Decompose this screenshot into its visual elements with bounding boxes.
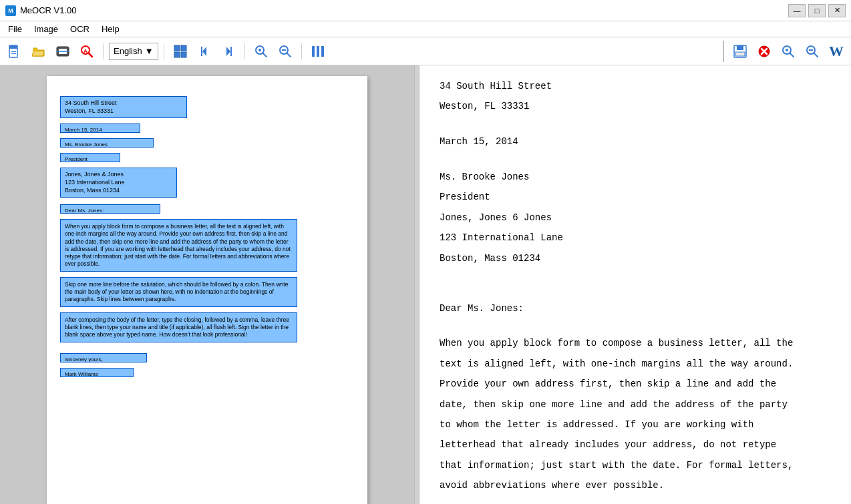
line-para1-7: that information; just start with the da…	[440, 458, 831, 473]
save-icon	[733, 44, 747, 59]
menu-file[interactable]: File	[3, 23, 27, 35]
line-title: President	[440, 190, 831, 204]
svg-rect-26	[317, 46, 319, 57]
word-export-button[interactable]: W	[826, 41, 847, 62]
separator-1	[103, 43, 104, 59]
zoom-out-icon	[278, 44, 293, 59]
separator-4	[301, 43, 302, 59]
line-para1-8: avoid abbreviations where ever possible.	[440, 478, 831, 493]
prev-page-button[interactable]	[194, 41, 215, 62]
ocr-block-para2[interactable]: Skip one more line before the salutation…	[60, 277, 297, 307]
line-dear: Dear Ms. Jones:	[440, 301, 831, 316]
scan-button[interactable]	[52, 41, 73, 62]
separator-3	[244, 43, 245, 59]
zoom-in-icon	[254, 44, 269, 59]
document-panel[interactable]: 34 South Hill StreetWeston, FL 33331 Mar…	[0, 65, 414, 504]
toolbar-right: W	[723, 41, 847, 62]
svg-marker-16	[226, 47, 230, 56]
next-icon	[221, 44, 236, 59]
ocr-block-dear[interactable]: Dear Ms. Jones:	[60, 204, 160, 214]
line-name: Ms. Brooke Jones	[440, 170, 831, 184]
menu-ocr[interactable]: OCR	[65, 23, 95, 35]
line-para1-3: Provide your own address first, then ski…	[440, 376, 831, 391]
language-dropdown[interactable]: English ▼	[109, 43, 158, 60]
svg-rect-29	[737, 45, 743, 50]
main-content: 34 South Hill StreetWeston, FL 33331 Mar…	[0, 65, 851, 504]
svg-rect-27	[321, 46, 324, 57]
svg-rect-30	[735, 52, 745, 56]
select-all-icon	[173, 44, 188, 59]
line-para1-5: to whom the letter is addressed. If you …	[440, 417, 831, 432]
text-output-panel[interactable]: 34 South Hill Street Weston, FL 33331 Ma…	[419, 65, 851, 504]
line-para1-6: letterhead that already includes your ad…	[440, 437, 831, 452]
line-address2: Weston, FL 33331	[440, 99, 831, 113]
close-button[interactable]: ✕	[828, 4, 846, 17]
svg-line-40	[814, 53, 818, 57]
minimize-button[interactable]: —	[788, 4, 806, 17]
ocr-block-para3[interactable]: After composing the body of the letter, …	[60, 312, 297, 342]
next-page-button[interactable]	[218, 41, 239, 62]
svg-line-21	[263, 53, 267, 57]
app-title: MeOCR V1.00	[20, 5, 77, 15]
zoom-out-button[interactable]	[275, 41, 296, 62]
svg-line-8	[89, 53, 93, 57]
columns-icon	[311, 44, 325, 59]
svg-text:A: A	[83, 48, 88, 54]
svg-rect-1	[9, 45, 17, 49]
language-label: English	[114, 46, 142, 56]
new-icon	[7, 44, 22, 59]
document-page: 34 South Hill StreetWeston, FL 33331 Mar…	[47, 76, 367, 504]
ocr-block-signature[interactable]: Mark Williams	[60, 368, 134, 377]
output-text: 34 South Hill Street Weston, FL 33331 Ma…	[440, 79, 831, 504]
zoom-out-text-button[interactable]	[802, 41, 823, 62]
line-address1: 34 South Hill Street	[440, 79, 831, 93]
svg-line-24	[287, 53, 291, 57]
open-icon	[31, 44, 46, 59]
line-city: Boston, Mass 01234	[440, 251, 831, 266]
zoom-in-text-button[interactable]	[778, 41, 799, 62]
ocr-block-title[interactable]: President	[60, 153, 120, 162]
menu-help[interactable]: Help	[96, 23, 125, 35]
title-bar-left: M MeOCR V1.00	[5, 5, 77, 16]
svg-line-37	[790, 53, 794, 57]
menu-image[interactable]: Image	[29, 23, 63, 35]
select-all-button[interactable]	[170, 41, 191, 62]
open-button[interactable]	[28, 41, 49, 62]
ocr-block-closing[interactable]: Sincerely yours,	[60, 353, 147, 362]
scan-icon	[55, 44, 70, 59]
line-company: Jones, Jones 6 Jones	[440, 210, 831, 225]
clear-text-button[interactable]	[753, 41, 775, 62]
maximize-button[interactable]: □	[808, 4, 826, 17]
ocr-block-salutation-name[interactable]: Ms. Brooke Jones	[60, 138, 154, 148]
menu-bar: File Image OCR Help	[0, 21, 851, 37]
ocr-button[interactable]: A	[76, 41, 98, 62]
title-controls: — □ ✕	[788, 4, 846, 17]
save-text-button[interactable]	[729, 41, 751, 62]
svg-rect-10	[174, 45, 180, 51]
prev-icon	[197, 44, 212, 59]
clear-icon	[757, 44, 772, 59]
line-para1-2: text is aligned left, with one-inch marg…	[440, 356, 831, 371]
line-para1-4: date, then skip one more line and add th…	[440, 397, 831, 412]
new-button[interactable]	[4, 41, 25, 62]
word-icon: W	[829, 43, 844, 60]
line-date: March 15, 2014	[440, 134, 831, 149]
title-bar: M MeOCR V1.00 — □ ✕	[0, 0, 851, 21]
panel-divider[interactable]	[414, 65, 419, 504]
svg-rect-13	[181, 52, 186, 57]
ocr-block-para1[interactable]: When you apply block form to compose a b…	[60, 219, 297, 271]
ocr-block-date[interactable]: March 15, 2014	[60, 123, 140, 133]
columns-button[interactable]	[307, 41, 329, 62]
line-para1-1: When you apply block form to compose a b…	[440, 336, 831, 350]
zoom-out-text-icon	[805, 44, 820, 59]
ocr-block-address[interactable]: 34 South Hill StreetWeston, FL 33331	[60, 96, 187, 118]
toolbar: A English ▼	[0, 37, 851, 65]
zoom-in-button[interactable]	[250, 41, 272, 62]
ocr-block-recipient[interactable]: Jones, Jones & Jones 123 International L…	[60, 168, 177, 198]
svg-rect-12	[174, 52, 180, 57]
line-street: 123 International Lane	[440, 230, 831, 245]
zoom-in-text-icon	[781, 44, 796, 59]
separator-2	[164, 43, 164, 59]
dropdown-arrow-icon: ▼	[145, 46, 154, 56]
svg-marker-14	[202, 47, 206, 56]
